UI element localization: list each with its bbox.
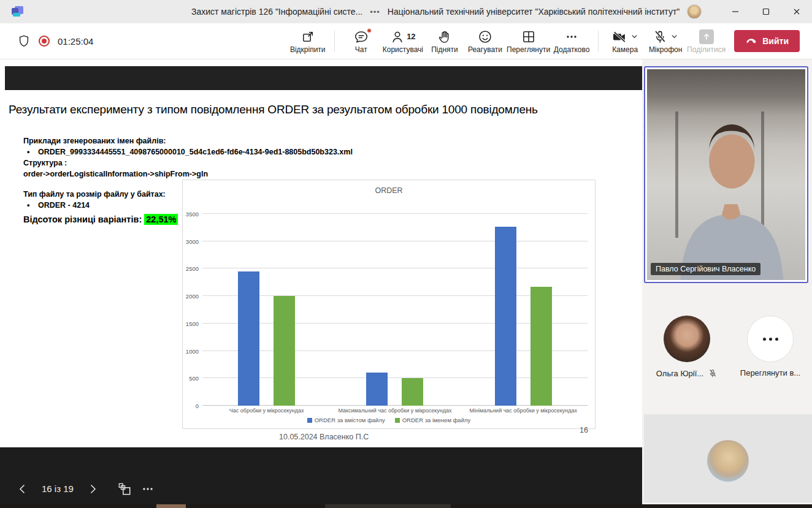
shield-icon (17, 34, 31, 48)
chart-bar-group (459, 214, 588, 406)
more-dots-icon (141, 482, 155, 496)
filmstrip-tile-sliver (325, 504, 451, 508)
chart-y-tick-label: 500 (189, 375, 199, 382)
microphone-button[interactable]: Мікрофон (646, 25, 684, 58)
filmstrip-tile-sliver (156, 504, 186, 508)
maximize-icon (762, 7, 770, 16)
maximize-button[interactable] (751, 0, 781, 23)
recording-indicator-icon (39, 36, 50, 47)
chart-bar (366, 373, 388, 406)
leave-button[interactable]: Вийти (734, 30, 800, 52)
meeting-timer: 01:25:04 (58, 36, 93, 47)
chart-title: ORDER (183, 186, 595, 195)
meeting-controls: Відкріпити Чат 12 Користувачі (289, 25, 800, 58)
structure-value: order->orderLogisticalInformation->shipF… (23, 169, 353, 180)
participants-icon (390, 29, 405, 44)
chart-bar (238, 271, 259, 406)
view-more-participants-tile[interactable]: Переглянути в... (730, 316, 810, 377)
slide-text-block-examples: Приклади згенерованих імен файлів: ORDER… (23, 135, 353, 180)
camera-options-chevron-icon[interactable] (630, 32, 638, 40)
more-actions-button[interactable]: Додатково (553, 25, 591, 58)
mic-off-icon (653, 29, 667, 44)
participant-name: Ольга Юрії... (656, 369, 703, 378)
chart-y-axis: 0500100015002000250030003500 (184, 214, 200, 406)
chart-legend-item: ORDER за вмістом файлу (307, 417, 385, 423)
chart-legend-swatch (395, 418, 400, 423)
chart-categories: Час обробки у мікросекундахМаксимальний … (202, 408, 588, 414)
titlebar-overflow-dots[interactable]: ••• (370, 7, 380, 17)
chart-y-tick-label: 1500 (186, 320, 199, 327)
chart-legend-label: ORDER за іменем файлу (402, 417, 471, 423)
chart-y-tick-label: 3500 (186, 211, 199, 218)
camera-button[interactable]: Камера (606, 25, 644, 58)
slide-page-number: 16 (580, 426, 588, 434)
chart-plot (202, 214, 588, 406)
speaker-name-tag: Павло Сергійович Власенко (651, 263, 760, 275)
chart-legend-swatch (307, 418, 312, 423)
view-button[interactable]: Переглянути (507, 25, 550, 58)
diff-value-highlight: 22,51% (144, 214, 178, 225)
participant-avatar (664, 316, 710, 362)
hang-up-icon (745, 35, 757, 47)
file-name-bullet: ORDER_9993334445551_4098765000010_5d4c1e… (23, 146, 353, 157)
chart-category-label: Максимальний час обробки у мікросекундах (331, 408, 459, 414)
organization-name: Національний технічний університет "Харк… (388, 7, 680, 17)
chart-legend-item: ORDER за іменем файлу (395, 417, 471, 423)
camera-off-participant-tile[interactable] (644, 414, 812, 502)
unpin-button[interactable]: Відкріпити (289, 25, 327, 58)
bar-chart: ORDER 0500100015002000250030003500 Час о… (182, 180, 596, 429)
window-controls (720, 0, 812, 23)
account-avatar[interactable] (687, 4, 702, 19)
slide-footer-date-author: 10.05.2024 Власенко П.С (279, 433, 369, 441)
unpin-icon (301, 29, 315, 44)
chart-bar (530, 287, 552, 406)
meeting-toolbar: 01:25:04 Відкріпити Чат 12 (0, 23, 812, 59)
muted-mic-icon (708, 368, 718, 378)
chart-legend: ORDER за вмістом файлуORDER за іменем фа… (183, 417, 595, 423)
slide-grid-view-button[interactable] (113, 477, 136, 501)
participants-count: 12 (407, 32, 415, 41)
chart-bar (274, 296, 295, 406)
minimize-button[interactable] (720, 0, 751, 23)
presentation-slide[interactable]: Результати експерименту з типом повідомл… (0, 90, 642, 447)
chart-y-tick-label: 0 (196, 403, 199, 409)
teams-app-icon[interactable] (11, 5, 25, 18)
previous-slide-button[interactable] (11, 477, 34, 501)
close-button[interactable] (781, 0, 812, 23)
view-more-label: Переглянути в... (740, 368, 800, 377)
slide-top-bar (5, 66, 642, 90)
close-icon (792, 7, 801, 16)
titlebar-text-group: Захист магістрів 126 "Інформаційні систе… (191, 0, 702, 23)
chart-y-tick-label: 2500 (186, 265, 199, 272)
chat-button[interactable]: Чат (342, 25, 380, 58)
participants-button[interactable]: 12 Користувачі (383, 25, 423, 58)
chart-bar (402, 378, 423, 406)
more-participants-icon (747, 316, 794, 362)
chevron-left-icon (17, 483, 29, 495)
raise-hand-button[interactable]: Підняти (426, 25, 464, 58)
mic-options-chevron-icon[interactable] (670, 32, 678, 40)
diff-percentage-line: Відсоток різниці варіантів: 22,51% (23, 214, 178, 224)
meeting-title: Захист магістрів 126 "Інформаційні систе… (191, 7, 362, 17)
react-button[interactable]: Реагувати (466, 25, 504, 58)
chart-y-tick-label: 2000 (186, 293, 199, 300)
participants-sidebar: Павло Сергійович Власенко Ольга Юрії... … (642, 59, 812, 508)
chart-category-label: Мінімальний час обробки у мікросекундах (459, 408, 588, 414)
meeting-status-group: 01:25:04 (17, 34, 93, 48)
participant-avatar (707, 440, 749, 482)
presentation-more-button[interactable] (136, 477, 159, 501)
next-slide-button[interactable] (81, 477, 104, 501)
chart-y-tick-label: 3000 (186, 238, 199, 245)
examples-heading: Приклади згенерованих імен файлів: (23, 135, 353, 146)
slide-title: Результати експерименту з типом повідомл… (9, 103, 628, 116)
chart-bar-group (331, 214, 459, 406)
filetype-heading: Тип файлу та розмір файлу у байтах: (23, 189, 166, 200)
chat-icon (354, 29, 369, 44)
speaker-video-tile[interactable]: Павло Сергійович Власенко (644, 66, 808, 283)
speaker-video-feed: Павло Сергійович Власенко (647, 69, 805, 280)
window-titlebar: Захист магістрів 126 "Інформаційні систе… (0, 0, 812, 23)
participant-tile-olga[interactable]: Ольга Юрії... (647, 316, 727, 378)
chart-bar-group (202, 214, 331, 406)
toolbar-divider (334, 30, 335, 52)
diff-label: Відсоток різниці варіантів: (23, 214, 144, 224)
